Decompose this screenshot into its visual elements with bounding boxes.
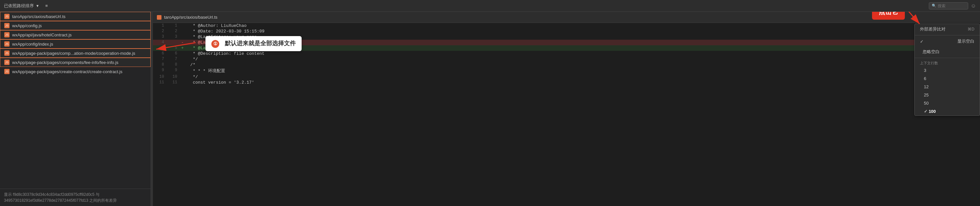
file-icon: JS [4, 69, 10, 74]
file-list: JS taroApp/src/axios/baseUrl.ts JS wxApp… [0, 12, 151, 189]
file-name: wxApp/page-pack/pages/components/fee-inf… [12, 60, 118, 65]
line-marker [179, 56, 186, 62]
line-content: * * * 环境配置 [186, 68, 980, 74]
right-line-num: 11 [166, 80, 179, 85]
sort-label: 已依照路径排序 [4, 3, 34, 9]
toolbar-right: 🔍 ☺ [929, 2, 976, 10]
dropdown-icon[interactable]: ▾ [37, 3, 39, 8]
file-item[interactable]: JS wxApp/config/index.js [0, 40, 151, 49]
file-item[interactable]: JS wxApp/page-pack/pages/components/fee-… [0, 58, 151, 67]
context-12[interactable]: 12 [915, 82, 980, 91]
file-item[interactable]: JS wxApp/api/java/hotelContract.js [0, 30, 151, 40]
file-name: wxApp/page-pack/pages/comp...ation-mode/… [12, 51, 135, 56]
file-item[interactable]: JS wxApp/page-pack/pages/comp...ation-mo… [0, 49, 151, 58]
menu-icon[interactable]: ≡ [45, 3, 48, 8]
left-line-num: 10 [153, 74, 166, 80]
file-item[interactable]: JS taroApp/src/axios/baseUrl.ts [0, 12, 151, 21]
file-icon: JS [4, 23, 10, 28]
search-input[interactable] [938, 3, 964, 8]
left-line-num: 7 [153, 56, 166, 62]
left-line-num: 1 [153, 23, 166, 29]
click-label: 点击它 [872, 12, 905, 20]
line-marker [179, 68, 186, 74]
line-content: * @LastEditTime: 2023-05-09 10:40:28 [186, 40, 980, 45]
table-row: 10 10 */ [153, 74, 980, 80]
line-marker [179, 34, 186, 40]
right-line-num: 2 [166, 29, 179, 34]
file-item[interactable]: JS wxApp/config.js [0, 21, 151, 30]
search-icon: 🔍 [932, 3, 936, 8]
left-line-num: 8 [153, 62, 166, 68]
diff-file-icon [157, 15, 161, 20]
diff-filename: taroApp/src/axios/baseUrl.ts [164, 15, 218, 20]
line-marker [179, 80, 186, 85]
table-row: 6 6 * @Description: file content [153, 51, 980, 56]
file-name: wxApp/config/index.js [12, 42, 53, 47]
context-section-label: 上下文行数 [915, 59, 980, 66]
external-diff-label: 外部差异比对 [920, 26, 945, 32]
line-content: const version = '3.2.17' [186, 80, 980, 85]
file-name: wxApp/config.js [12, 23, 42, 28]
show-whitespace-label: 显示空白 [957, 38, 974, 44]
line-content: */ [186, 56, 980, 62]
right-line-num: 10 [166, 74, 179, 80]
file-icon: JS [4, 14, 10, 19]
popup-divider-2 [915, 58, 980, 58]
toolbar: 已依照路径排序 ▾ ≡ 🔍 ☺ [0, 0, 980, 12]
context-6[interactable]: 6 [915, 74, 980, 82]
svg-line-3 [908, 12, 920, 24]
external-diff-shortcut: ⌘D [967, 27, 974, 32]
file-list-panel: JS taroApp/src/axios/baseUrl.ts JS wxApp… [0, 12, 151, 206]
left-line-num: 9 [153, 68, 166, 74]
right-line-num: 3 [166, 34, 179, 40]
file-item[interactable]: JS wxApp/page-pack/pages/create-contract… [0, 67, 151, 76]
line-content: */ [186, 74, 980, 80]
line-content: /* [186, 62, 980, 68]
footer-line1: 显示 f9d8c30378c9d34c4c834acf2dd0975cff82d… [4, 192, 147, 198]
popup-item-show-whitespace[interactable]: 显示空白 [915, 36, 980, 47]
file-name: wxApp/api/java/hotelContract.js [12, 32, 72, 37]
left-line-num: 2 [153, 29, 166, 34]
line-marker [179, 74, 186, 80]
right-line-num [166, 40, 179, 45]
file-icon: JS [4, 32, 10, 37]
annotation-bubble: ① 默认进来就是全部选择文件 [205, 36, 302, 51]
annotation-text: 默认进来就是全部选择文件 [225, 40, 296, 47]
file-icon: JS [4, 60, 10, 65]
context-50[interactable]: 50 [915, 99, 980, 107]
line-content: * @Description: file content [186, 51, 980, 56]
diff-content[interactable]: 1 1 * @Author: LiuXueChao 2 2 * @Date: 2… [153, 23, 980, 206]
file-name: wxApp/page-pack/pages/create-contract/cr… [12, 69, 123, 74]
left-line-num: 4 [153, 40, 166, 45]
left-line-num: 11 [153, 80, 166, 85]
file-icon: JS [4, 51, 10, 56]
left-line-num: 6 [153, 51, 166, 56]
left-line-num: 3 [153, 34, 166, 40]
table-row: 8 8 /* [153, 62, 980, 68]
diff-table: 1 1 * @Author: LiuXueChao 2 2 * @Date: 2… [153, 23, 980, 85]
right-line-num: 7 [166, 56, 179, 62]
right-line-num: 9 [166, 68, 179, 74]
diff-panel: taroApp/src/axios/baseUrl.ts 1 1 * @Auth… [153, 12, 980, 206]
line-marker: + [179, 45, 186, 51]
table-row: 7 7 */ [153, 56, 980, 62]
line-marker [179, 23, 186, 29]
right-popup: 外部差异比对 ⌘D 显示空白 忽略空白 上下文行数 3 6 12 25 50 1… [914, 24, 980, 116]
line-marker: - [179, 40, 186, 45]
footer-line2: 349573018291ef3d6e2778de27872445f077fd13… [4, 198, 147, 203]
context-25[interactable]: 25 [915, 91, 980, 99]
context-3[interactable]: 3 [915, 66, 980, 74]
toolbar-left: 已依照路径排序 ▾ ≡ [4, 3, 48, 9]
annotation-circle-1: ① [212, 40, 219, 48]
face-icon: ☺ [971, 3, 976, 9]
table-row: 11 11 const version = '3.2.17' [153, 80, 980, 85]
right-line-num: 6 [166, 51, 179, 56]
search-box[interactable]: 🔍 [929, 2, 968, 10]
table-row: 9 9 * * * 环境配置 [153, 68, 980, 74]
line-marker [179, 51, 186, 56]
ignore-whitespace-label: 忽略空白 [923, 49, 940, 55]
popup-item-ignore-whitespace[interactable]: 忽略空白 [915, 47, 980, 57]
right-line-num: 8 [166, 62, 179, 68]
popup-item-external-diff[interactable]: 外部差异比对 ⌘D [915, 24, 980, 35]
context-100[interactable]: 100 [915, 107, 980, 116]
